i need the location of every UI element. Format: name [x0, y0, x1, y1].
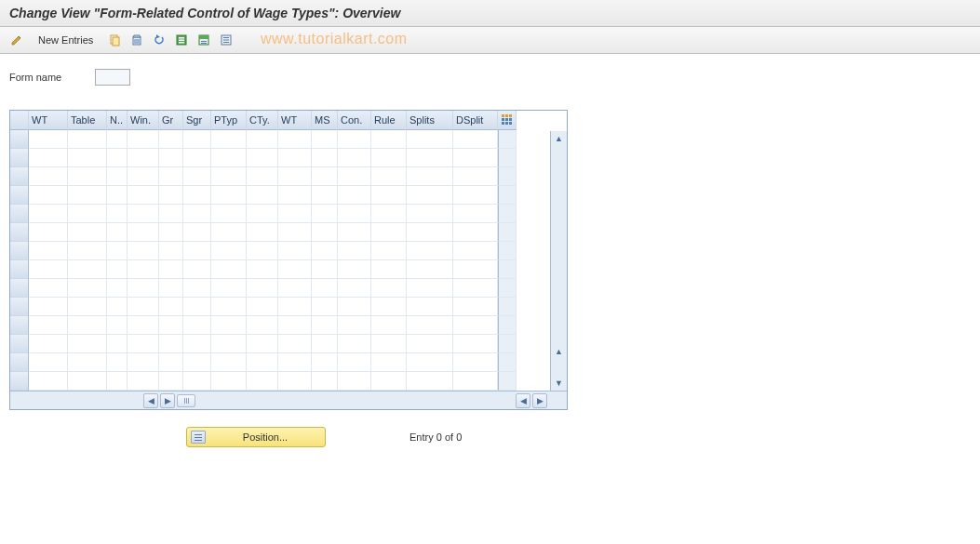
table-cell[interactable]	[68, 372, 107, 391]
row-selector[interactable]	[10, 335, 29, 353]
column-header[interactable]: Table	[68, 111, 107, 130]
column-header[interactable]: N..	[107, 111, 128, 130]
row-selector[interactable]	[10, 372, 29, 391]
table-cell[interactable]	[247, 223, 278, 242]
table-cell[interactable]	[247, 205, 278, 223]
table-cell[interactable]	[247, 260, 278, 279]
column-header[interactable]: Gr	[159, 111, 183, 130]
table-cell[interactable]	[278, 279, 312, 298]
table-cell[interactable]	[338, 223, 371, 242]
table-cell[interactable]	[107, 335, 128, 353]
table-cell[interactable]	[29, 353, 68, 372]
table-cell[interactable]	[68, 149, 107, 167]
table-cell[interactable]	[211, 279, 247, 298]
table-cell[interactable]	[68, 223, 107, 242]
table-cell[interactable]	[371, 186, 407, 205]
column-header[interactable]: MS	[312, 111, 338, 130]
table-cell[interactable]	[211, 149, 247, 167]
table-cell[interactable]	[107, 205, 128, 223]
table-cell[interactable]	[211, 130, 247, 149]
table-cell[interactable]	[247, 298, 278, 316]
table-cell[interactable]	[407, 130, 453, 149]
table-cell[interactable]	[453, 242, 498, 260]
vertical-scrollbar[interactable]: ▲ ▲ ▼	[550, 131, 567, 391]
table-cell[interactable]	[371, 353, 407, 372]
scroll-left-icon[interactable]: ◀	[143, 393, 158, 408]
table-cell[interactable]	[312, 298, 338, 316]
row-selector[interactable]	[10, 167, 29, 186]
copy-as-icon[interactable]	[105, 31, 124, 49]
table-cell[interactable]	[312, 130, 338, 149]
table-cell[interactable]	[371, 260, 407, 279]
table-cell[interactable]	[159, 335, 183, 353]
table-cell[interactable]	[68, 316, 107, 335]
scroll-right-icon[interactable]: ▶	[160, 393, 175, 408]
table-cell[interactable]	[371, 130, 407, 149]
table-cell[interactable]	[453, 149, 498, 167]
table-cell[interactable]	[107, 242, 128, 260]
table-cell[interactable]	[107, 298, 128, 316]
table-cell[interactable]	[107, 316, 128, 335]
table-cell[interactable]	[68, 242, 107, 260]
row-selector[interactable]	[10, 316, 29, 335]
table-cell[interactable]	[159, 279, 183, 298]
table-cell[interactable]	[159, 316, 183, 335]
table-cell[interactable]	[453, 316, 498, 335]
row-selector[interactable]	[10, 279, 29, 298]
table-cell[interactable]	[407, 298, 453, 316]
table-cell[interactable]	[312, 242, 338, 260]
row-selector[interactable]	[10, 223, 29, 242]
table-cell[interactable]	[159, 186, 183, 205]
table-cell[interactable]	[68, 130, 107, 149]
table-cell[interactable]	[211, 316, 247, 335]
table-cell[interactable]	[338, 167, 371, 186]
scroll-grip-icon[interactable]	[177, 394, 195, 407]
table-cell[interactable]	[407, 167, 453, 186]
table-cell[interactable]	[407, 316, 453, 335]
scroll-up-icon[interactable]: ▲	[551, 131, 567, 146]
table-cell[interactable]	[159, 130, 183, 149]
table-cell[interactable]	[128, 186, 159, 205]
table-cell[interactable]	[107, 149, 128, 167]
table-cell[interactable]	[29, 298, 68, 316]
row-selector[interactable]	[10, 353, 29, 372]
scroll-down-icon[interactable]: ▲	[551, 344, 567, 359]
table-cell[interactable]	[338, 335, 371, 353]
table-cell[interactable]	[312, 372, 338, 391]
select-all-icon[interactable]	[172, 31, 191, 49]
table-cell[interactable]	[128, 298, 159, 316]
table-cell[interactable]	[159, 353, 183, 372]
scroll-down-icon-2[interactable]: ▼	[551, 376, 567, 391]
toggle-display-change-icon[interactable]	[7, 31, 26, 49]
column-header[interactable]: DSplit	[453, 111, 498, 130]
form-name-input[interactable]	[95, 69, 130, 86]
row-selector[interactable]	[10, 260, 29, 279]
table-cell[interactable]	[371, 205, 407, 223]
table-cell[interactable]	[107, 279, 128, 298]
table-cell[interactable]	[407, 223, 453, 242]
row-selector[interactable]	[10, 298, 29, 316]
row-selector[interactable]	[10, 186, 29, 205]
select-block-icon[interactable]	[195, 31, 213, 49]
column-header[interactable]: PTyp	[211, 111, 247, 130]
row-selector[interactable]	[10, 205, 29, 223]
table-cell[interactable]	[128, 130, 159, 149]
table-cell[interactable]	[312, 186, 338, 205]
table-cell[interactable]	[128, 260, 159, 279]
table-cell[interactable]	[183, 167, 211, 186]
table-cell[interactable]	[247, 242, 278, 260]
table-cell[interactable]	[453, 298, 498, 316]
table-cell[interactable]	[247, 167, 278, 186]
table-cell[interactable]	[128, 149, 159, 167]
table-cell[interactable]	[338, 186, 371, 205]
table-cell[interactable]	[247, 279, 278, 298]
table-cell[interactable]	[29, 130, 68, 149]
table-cell[interactable]	[278, 353, 312, 372]
table-cell[interactable]	[312, 149, 338, 167]
table-cell[interactable]	[159, 372, 183, 391]
table-cell[interactable]	[338, 149, 371, 167]
table-cell[interactable]	[107, 167, 128, 186]
table-cell[interactable]	[183, 335, 211, 353]
table-cell[interactable]	[128, 167, 159, 186]
table-cell[interactable]	[453, 279, 498, 298]
